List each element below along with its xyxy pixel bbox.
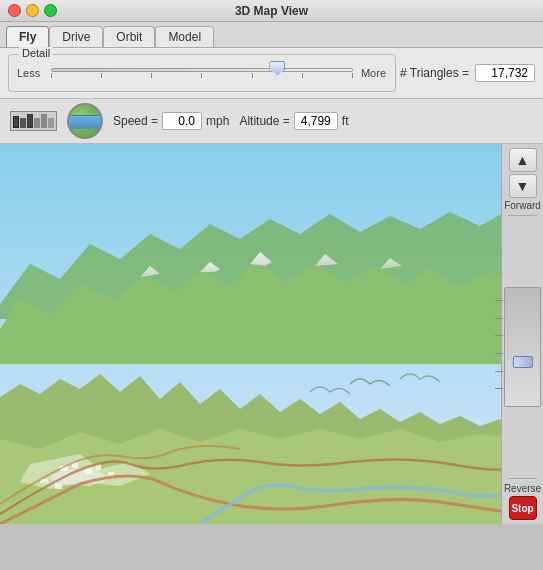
speed-bar-6 xyxy=(48,118,54,128)
up-arrow-icon: ▲ xyxy=(516,152,530,168)
svg-rect-3 xyxy=(85,469,92,474)
map-canvas[interactable] xyxy=(0,144,520,524)
stop-button[interactable]: Stop xyxy=(509,496,537,520)
stop-label: Stop xyxy=(511,503,533,514)
panel-divider-top xyxy=(508,215,538,216)
detail-section: Detail Less xyxy=(8,54,396,92)
tick-5 xyxy=(495,371,503,372)
controls-row: Speed = 0.0 mph Altitude = 4,799 ft xyxy=(0,99,543,144)
speed-bar-2 xyxy=(20,118,26,128)
forward-down-button[interactable]: ▼ xyxy=(509,174,537,198)
altitude-unit: ft xyxy=(342,114,349,128)
tab-drive[interactable]: Drive xyxy=(49,26,103,47)
tab-bar: Fly Drive Orbit Model xyxy=(0,22,543,48)
tick-3 xyxy=(495,335,503,336)
tick-4 xyxy=(495,353,503,354)
title-bar: 3D Map View xyxy=(0,0,543,22)
speed-unit: mph xyxy=(206,114,229,128)
tab-fly[interactable]: Fly xyxy=(6,26,49,47)
forward-up-button[interactable]: ▲ xyxy=(509,148,537,172)
globe-horizon xyxy=(69,115,101,129)
speed-bar-4 xyxy=(34,118,40,128)
triangles-section: # Triangles = 17,732 xyxy=(400,64,535,82)
close-button[interactable] xyxy=(8,4,21,17)
map-container: ▲ ▼ Forward xyxy=(0,144,543,524)
window-title: 3D Map View xyxy=(235,4,308,18)
speed-field-group: Speed = 0.0 mph xyxy=(113,112,229,130)
altitude-label: Altitude = xyxy=(239,114,289,128)
right-panel: ▲ ▼ Forward xyxy=(501,144,543,524)
tab-model[interactable]: Model xyxy=(155,26,214,47)
speed-bar-3 xyxy=(27,114,33,128)
panel-divider-bottom xyxy=(508,478,538,479)
v-slider-track[interactable] xyxy=(504,287,541,407)
speed-value: 0.0 xyxy=(162,112,202,130)
minimize-button[interactable] xyxy=(26,4,39,17)
window-controls xyxy=(8,4,57,17)
altitude-field-group: Altitude = 4,799 ft xyxy=(239,112,348,130)
tick-6 xyxy=(495,388,503,389)
speed-bars xyxy=(10,111,57,131)
maximize-button[interactable] xyxy=(44,4,57,17)
triangles-label: # Triangles = xyxy=(400,66,469,80)
globe-icon xyxy=(67,103,103,139)
altitude-value: 4,799 xyxy=(294,112,338,130)
forward-label: Forward xyxy=(504,200,541,211)
tick-1 xyxy=(495,300,503,301)
tick-2 xyxy=(495,318,503,319)
less-label: Less xyxy=(17,67,43,79)
svg-rect-7 xyxy=(55,484,62,489)
down-arrow-icon: ▼ xyxy=(516,178,530,194)
reverse-label: Reverse xyxy=(504,483,541,494)
vertical-speed-slider xyxy=(504,220,541,474)
detail-legend: Detail xyxy=(19,47,53,59)
terrain-svg xyxy=(0,144,520,524)
triangles-value: 17,732 xyxy=(475,64,535,82)
detail-slider-container xyxy=(51,63,353,83)
more-label: More xyxy=(361,67,387,79)
tab-orbit[interactable]: Orbit xyxy=(103,26,155,47)
v-slider-thumb[interactable] xyxy=(513,356,533,368)
speed-bar-5 xyxy=(41,114,47,128)
speed-label: Speed = xyxy=(113,114,158,128)
speed-bar-1 xyxy=(13,116,19,128)
